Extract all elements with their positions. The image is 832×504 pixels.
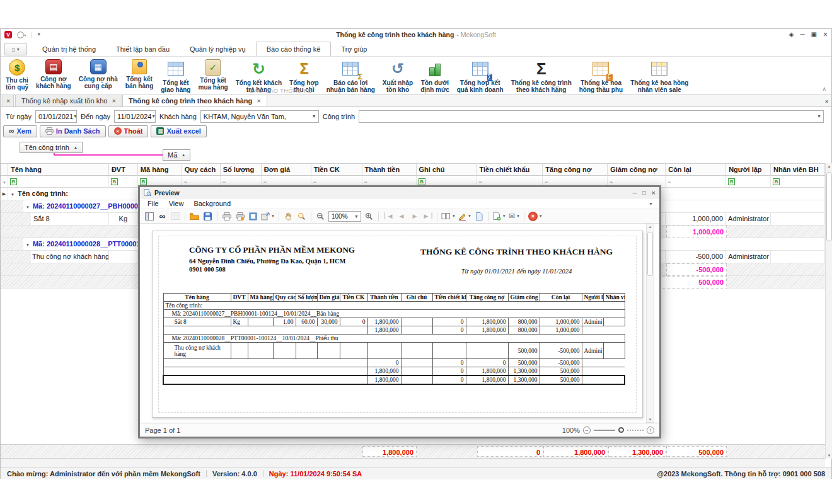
tab-bao-cao-thong-ke[interactable]: Báo cáo thống kê bbox=[256, 42, 332, 57]
doc-tab-nhap-xuat-ton-kho[interactable]: Thống kê nhập xuất tồn kho✕ bbox=[15, 94, 122, 106]
header-quy-cach[interactable]: Quy cách bbox=[182, 164, 221, 176]
minimize-icon[interactable]: ─ bbox=[800, 31, 804, 38]
to-date-input[interactable]: 11/01/2024▼ bbox=[114, 110, 156, 123]
collapse-caret-icon[interactable]: ▼ bbox=[11, 193, 14, 197]
cell[interactable] bbox=[771, 213, 825, 226]
cell-dvt[interactable]: Kg bbox=[109, 213, 138, 226]
print-direct-icon[interactable] bbox=[234, 211, 245, 222]
ribbon-item-hoa-hong-nhan-vien-sale[interactable]: Thống kê hoa hồng nhân viên sale bbox=[627, 59, 692, 94]
chevron-down-icon[interactable]: ▼ bbox=[815, 111, 823, 122]
open-icon[interactable] bbox=[189, 211, 200, 222]
ribbon-item-thu-chi-ton-quy[interactable]: Thu chi tồn quỹ bbox=[2, 59, 32, 91]
page-setup-icon[interactable] bbox=[248, 211, 258, 222]
maximize-icon[interactable]: □ bbox=[642, 190, 645, 196]
scroll-thumb[interactable] bbox=[647, 232, 653, 276]
search-icon[interactable]: ∞ bbox=[157, 211, 168, 222]
last-page-icon[interactable]: ▶▕ bbox=[422, 211, 433, 222]
quick-access-circle-icon[interactable]: ◯▾ bbox=[17, 31, 26, 38]
ribbon-item-tong-ket-mua-hang[interactable]: Tổng kết mua hàng bbox=[194, 59, 231, 91]
close-icon[interactable]: ✕ bbox=[112, 98, 116, 104]
watermark-icon[interactable] bbox=[474, 211, 485, 222]
app-menu-button[interactable]: ▯▾ bbox=[4, 43, 27, 55]
tab-quan-ly-nghiep-vu[interactable]: Quản lý nghiệp vụ bbox=[180, 42, 256, 56]
header-con-lai[interactable]: Còn lại bbox=[666, 164, 726, 176]
doc-tab-cong-trinh-khach-hang[interactable]: Thống kê công trình theo khách hàng✕ bbox=[122, 94, 267, 106]
header-dvt[interactable]: ĐVT bbox=[109, 164, 138, 176]
group-chip-ma[interactable]: Mã▲ bbox=[163, 149, 190, 161]
scale-icon[interactable]: ▼ bbox=[261, 211, 275, 222]
zoom-slider-track[interactable] bbox=[594, 430, 615, 431]
quick-access-customize-icon[interactable]: ▼ bbox=[37, 32, 41, 37]
cell-con-lai[interactable]: 1,000,000 bbox=[666, 213, 726, 226]
chevron-down-icon[interactable]: ▼ bbox=[310, 111, 318, 122]
export-document-icon[interactable]: ▼ bbox=[493, 211, 506, 222]
cell[interactable] bbox=[771, 251, 825, 263]
chevron-down-icon[interactable]: ▼ bbox=[151, 111, 156, 122]
zoom-out-icon[interactable] bbox=[315, 211, 326, 222]
close-preview-icon[interactable]: ×▼ bbox=[528, 211, 543, 222]
filter-con-lai[interactable] bbox=[666, 176, 726, 188]
page-background-icon[interactable]: ▼ bbox=[458, 211, 471, 222]
chevron-down-icon[interactable]: ▼ bbox=[73, 111, 77, 122]
export-excel-button[interactable]: ▦Xuất excel bbox=[151, 125, 206, 137]
exit-button[interactable]: ×Thoát bbox=[108, 125, 149, 137]
zoom-out-button[interactable]: − bbox=[583, 427, 591, 434]
filter-nhan-vien-bh[interactable] bbox=[771, 176, 825, 188]
zoom-in-button[interactable]: + bbox=[647, 427, 654, 434]
customer-select[interactable]: KHTAM, Nguyễn Văn Tam,▼ bbox=[200, 110, 319, 123]
cell-dvt[interactable] bbox=[109, 251, 138, 263]
project-select[interactable]: ▼ bbox=[359, 110, 824, 123]
app-logo-icon[interactable]: V bbox=[4, 31, 12, 38]
scroll-thumb[interactable] bbox=[826, 172, 832, 241]
header-tien-chiet-khau[interactable]: Tiền chiết khấu bbox=[477, 164, 543, 176]
preview-vertical-scrollbar[interactable]: ▲ ▼ bbox=[646, 224, 654, 423]
horizontal-scrollbar[interactable] bbox=[1, 459, 825, 467]
header-ghi-chu[interactable]: Ghi chú bbox=[417, 164, 477, 176]
filter-ten-hang[interactable] bbox=[8, 176, 109, 188]
cell-nguoi-lap[interactable]: Administrator bbox=[726, 251, 771, 263]
zoom-select[interactable]: 100%▼ bbox=[328, 211, 361, 222]
cell-nguoi-lap[interactable]: Administrator bbox=[726, 213, 771, 226]
ribbon-item-cong-no-nha-cung-cap[interactable]: Công nợ nhà cung cấp bbox=[75, 59, 122, 90]
ribbon-item-cong-no-khach-hang[interactable]: Công nợ khách hàng bbox=[32, 59, 75, 90]
header-thanh-tien[interactable]: Thành tiền bbox=[362, 164, 417, 176]
header-ma-hang[interactable]: Mã hàng bbox=[138, 164, 182, 176]
header-tang-cong-no[interactable]: Tăng công nợ bbox=[543, 164, 608, 176]
scroll-down-icon[interactable]: ▼ bbox=[826, 454, 832, 457]
zoom-slider-track[interactable] bbox=[627, 430, 644, 431]
dock-panels-icon[interactable] bbox=[144, 211, 154, 222]
menu-file[interactable]: File bbox=[142, 200, 164, 207]
header-so-luong[interactable]: Số lượng bbox=[221, 164, 262, 176]
print-list-button[interactable]: In Danh Sách bbox=[40, 125, 106, 137]
vertical-scrollbar[interactable]: ▲ ▼ bbox=[825, 163, 832, 459]
save-icon[interactable] bbox=[202, 211, 213, 222]
sort-asc-icon[interactable]: ▲ bbox=[74, 146, 78, 149]
ribbon-item-hoa-hong-thau-phu[interactable]: Thống kê hoa hồng thầu phụ bbox=[575, 59, 627, 94]
group-dialog-launcher-icon[interactable]: ▾ bbox=[554, 86, 561, 93]
from-date-input[interactable]: 01/01/2021▼ bbox=[35, 110, 77, 123]
collapse-caret-icon[interactable]: ▼ bbox=[26, 205, 30, 209]
close-icon[interactable]: × bbox=[652, 189, 656, 197]
first-page-icon[interactable]: ▏◀ bbox=[383, 211, 393, 222]
ribbon-item-tong-ket-ban-hang[interactable]: Tổng kết bán hàng bbox=[122, 59, 157, 90]
header-giam-cong-no[interactable]: Giảm công nợ bbox=[608, 164, 666, 176]
collapse-caret-icon[interactable]: ▼ bbox=[26, 243, 30, 247]
cell-ten-hang[interactable]: Sắt 8 bbox=[31, 213, 109, 226]
view-button[interactable]: ∞Xem bbox=[3, 125, 37, 137]
cell-ten-hang[interactable]: Thu công nợ khách hàng bbox=[31, 251, 109, 263]
tab-tro-giup[interactable]: Trợ giúp bbox=[331, 42, 377, 56]
filter-nguoi-lap[interactable] bbox=[726, 176, 771, 188]
preview-title-bar[interactable]: Preview ─ □ × bbox=[140, 187, 659, 198]
menu-background[interactable]: Background bbox=[188, 200, 236, 207]
scroll-up-icon[interactable]: ▲ bbox=[826, 164, 832, 168]
header-ten-hang[interactable]: Tên hàng bbox=[8, 164, 109, 176]
tab-quan-tri-he-thong[interactable]: Quản trị hệ thống bbox=[32, 42, 106, 56]
header-tien-ck[interactable]: Tiền CK bbox=[311, 164, 362, 176]
header-nhan-vien-bh[interactable]: Nhân viên BH bbox=[771, 164, 825, 176]
header-nguoi-lap[interactable]: Người lập bbox=[726, 164, 771, 176]
minimize-icon[interactable]: ─ bbox=[633, 190, 637, 196]
header-don-gia[interactable]: Đơn giá bbox=[262, 164, 311, 176]
tab-thiet-lap-ban-dau[interactable]: Thiết lập ban đầu bbox=[106, 42, 180, 56]
next-page-icon[interactable]: ▶ bbox=[409, 211, 420, 222]
group-chip-ten-cong-trinh[interactable]: Tên công trình▲ bbox=[20, 142, 83, 153]
